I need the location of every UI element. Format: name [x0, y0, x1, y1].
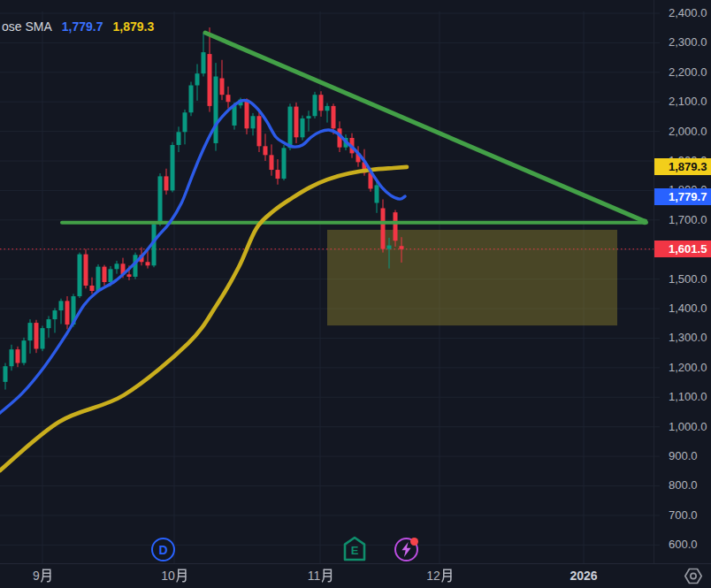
- candle-body: [103, 267, 107, 282]
- candle-body: [208, 54, 212, 106]
- candle-body: [10, 349, 14, 366]
- time-axis[interactable]: 91011122026: [0, 563, 711, 588]
- indicator-legend[interactable]: ose SMA 1,779.7 1,879.3: [2, 19, 154, 34]
- price-tick-label: 2,200.0: [654, 65, 711, 80]
- candle-body: [332, 106, 336, 128]
- candle-body: [158, 176, 163, 224]
- svg-text:E: E: [350, 544, 358, 557]
- candle-body: [202, 52, 206, 73]
- price-tick-label: 1,000.0: [654, 420, 711, 434]
- time-tick-label: 2026: [570, 569, 597, 583]
- candle-body: [251, 116, 256, 128]
- events-e-button[interactable]: E: [342, 537, 366, 561]
- sma-slow-value: 1,879.3: [113, 19, 155, 34]
- candle-body: [245, 100, 249, 129]
- candle-body: [16, 349, 20, 363]
- house-shield-icon: E: [343, 536, 366, 561]
- interval-d-button[interactable]: D: [151, 538, 175, 561]
- interval-d-label: D: [158, 543, 167, 557]
- candle-body: [127, 274, 132, 277]
- month-kanji-glyph: [41, 569, 52, 583]
- price-tick-label: 1,700.0: [654, 213, 711, 227]
- candle-body: [53, 310, 57, 319]
- candle-body: [387, 246, 392, 249]
- candle-body: [90, 286, 95, 291]
- price-tick-label: 1,200.0: [654, 361, 711, 375]
- candle-body: [96, 267, 101, 291]
- price-tick-label: 1,400.0: [654, 302, 711, 316]
- settings-gear-icon[interactable]: [684, 567, 703, 588]
- candle-body: [394, 212, 398, 241]
- candle-body: [214, 76, 218, 142]
- notification-dot: [410, 538, 418, 546]
- candle-body: [276, 170, 280, 179]
- candle-body: [375, 185, 379, 202]
- sma-slow-price-badge: 1,879.3: [654, 158, 711, 175]
- sma-fast-price-badge: 1,779.7: [654, 188, 711, 205]
- price-tick-label: 1,300.0: [654, 331, 711, 345]
- candle-body: [177, 132, 181, 145]
- trendline-endpoint: [642, 218, 648, 225]
- candle-body: [307, 116, 311, 118]
- candle-body: [264, 146, 268, 155]
- candle-body: [319, 95, 324, 111]
- price-tick-label: 800.0: [654, 478, 711, 493]
- month-kanji-glyph: [441, 569, 453, 583]
- price-axis[interactable]: 2,400.02,300.02,200.02,100.02,000.01,900…: [654, 0, 711, 563]
- price-tick-label: 1,100.0: [654, 390, 711, 404]
- candle-body: [195, 73, 200, 85]
- month-kanji-glyph: [176, 569, 187, 583]
- candle-body: [22, 340, 27, 363]
- candle-body: [78, 255, 82, 296]
- month-kanji-glyph: [321, 569, 333, 583]
- time-tick-label: 12: [426, 569, 453, 583]
- time-tick-label: 10: [161, 569, 187, 583]
- candle-body: [47, 319, 51, 328]
- candle-body: [325, 106, 330, 111]
- candle-body: [84, 255, 88, 286]
- candle-body: [41, 328, 45, 348]
- candle-body: [270, 155, 274, 170]
- price-tick-label: 600.0: [654, 538, 711, 552]
- price-tick-label: 2,000.0: [654, 125, 711, 139]
- candle-body: [226, 95, 231, 102]
- candle-body: [115, 263, 119, 269]
- time-tick-label: 9: [33, 569, 52, 583]
- price-tick-label: 2,400.0: [654, 6, 711, 20]
- candle-body: [220, 78, 225, 95]
- candle-body: [313, 95, 317, 116]
- last-price-badge: 1,601.5: [654, 241, 711, 257]
- candle-body: [183, 112, 187, 132]
- chart-canvas[interactable]: [0, 0, 711, 588]
- candle-body: [294, 107, 299, 138]
- candle-body: [288, 107, 293, 149]
- indicator-name: ose SMA: [2, 19, 52, 34]
- candle-body: [301, 118, 305, 137]
- time-tick-label: 11: [308, 569, 333, 583]
- candle-body: [381, 208, 386, 248]
- candle-body: [189, 86, 194, 113]
- trading-chart-window: ose SMA 1,779.7 1,879.3 2,400.02,300.02,…: [0, 0, 711, 588]
- candle-body: [233, 105, 237, 126]
- candle-body: [34, 323, 39, 348]
- price-tick-label: 2,300.0: [654, 35, 711, 50]
- price-tick-label: 700.0: [654, 508, 711, 523]
- support-zone-rect[interactable]: [327, 230, 617, 325]
- price-tick-label: 2,100.0: [654, 95, 711, 109]
- candle-body: [164, 176, 169, 190]
- candle-body: [282, 148, 287, 179]
- candle-body: [171, 145, 175, 190]
- candle-body: [4, 366, 8, 382]
- price-tick-label: 1,500.0: [654, 272, 711, 286]
- candle-body: [65, 301, 70, 325]
- candle-body: [146, 262, 150, 265]
- candle-body: [257, 116, 262, 146]
- price-tick-label: 900.0: [654, 449, 711, 463]
- candle-body: [109, 269, 113, 282]
- candle-body: [400, 246, 404, 249]
- candle-body: [59, 301, 64, 310]
- candle-body: [28, 323, 33, 340]
- sma-fast-value: 1,779.7: [62, 19, 103, 34]
- flash-button[interactable]: [394, 538, 418, 561]
